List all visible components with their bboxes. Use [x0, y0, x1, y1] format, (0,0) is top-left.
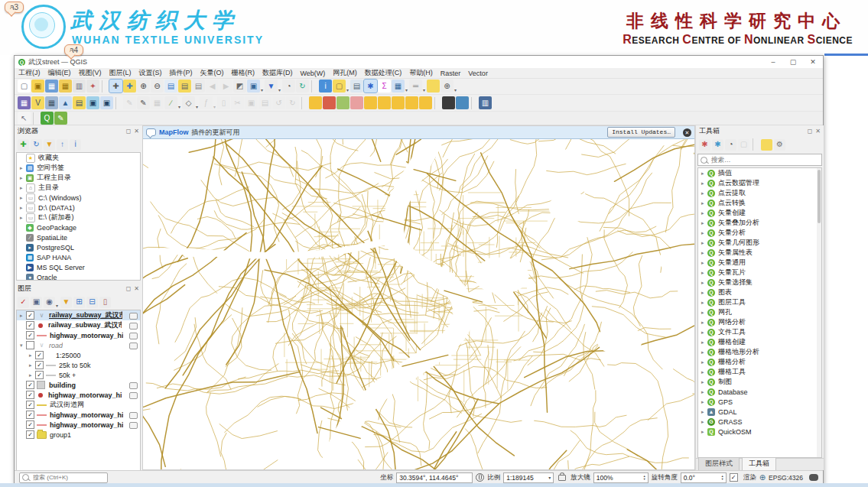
- toolbox-history-icon[interactable]: ◔: [725, 139, 736, 151]
- toolbox-options-icon[interactable]: ⚙: [774, 139, 785, 151]
- refresh-map-icon[interactable]: ↻: [296, 80, 309, 93]
- open-attribute-table-icon[interactable]: ▤: [350, 80, 363, 93]
- collapse-all-icon[interactable]: ⊟: [86, 297, 98, 308]
- project-save-as-icon[interactable]: ▦: [59, 80, 72, 93]
- menu-item[interactable]: 编辑(E): [44, 68, 75, 78]
- status-search-box[interactable]: [19, 472, 108, 483]
- zoom-out-icon[interactable]: ⊖: [151, 80, 164, 93]
- browser-item[interactable]: ▸▭C:\ (Windows): [17, 193, 140, 203]
- menu-item[interactable]: 帮助(H): [405, 68, 437, 78]
- layer-row[interactable]: ✓highway_motorway_highway_mo: [17, 410, 140, 420]
- expand-arrow-icon[interactable]: ▸: [701, 200, 707, 206]
- toolbox-group[interactable]: ▸Q矢量几何图形: [698, 238, 821, 248]
- add-vector-layer-icon[interactable]: V: [31, 96, 44, 109]
- magnifier-spinner[interactable]: 100%▴▾: [593, 472, 649, 483]
- expand-arrow-icon[interactable]: ▸: [20, 185, 26, 191]
- locator-options-icon[interactable]: ⊕▾: [441, 80, 454, 93]
- menu-item[interactable]: Vector: [464, 70, 492, 77]
- layer-filter-badge[interactable]: [129, 323, 138, 330]
- message-close-icon[interactable]: ✕: [683, 128, 691, 137]
- toolbox-group[interactable]: ▸QGPS: [698, 397, 821, 407]
- pan-map-icon[interactable]: ✚: [109, 80, 122, 93]
- expand-arrow-icon[interactable]: ▸: [701, 419, 707, 425]
- quickosm-button-icon[interactable]: Q: [41, 112, 54, 125]
- tab-toolbox[interactable]: 工具箱: [742, 457, 776, 470]
- expand-arrow-icon[interactable]: ▸: [20, 165, 26, 171]
- new-map-view-icon[interactable]: ▣▾: [247, 80, 260, 93]
- status-search-input[interactable]: [31, 473, 105, 482]
- expand-arrow-icon[interactable]: ▸: [29, 372, 35, 378]
- plugin-converter-icon[interactable]: [392, 96, 405, 109]
- layer-filter-badge[interactable]: [129, 333, 138, 339]
- delete-selected-icon[interactable]: ▯: [217, 96, 230, 109]
- layer-checkbox[interactable]: ✓: [26, 401, 34, 409]
- select-arrow-tool-icon[interactable]: ↖: [18, 112, 31, 125]
- toolbox-group[interactable]: ▸Q点云数据管理: [698, 178, 821, 188]
- add-group-icon[interactable]: ▣: [31, 297, 42, 308]
- crs-globe-icon[interactable]: ⊕: [759, 473, 766, 482]
- add-delimited-text-icon[interactable]: ▤: [73, 96, 86, 109]
- temporal-controller-icon[interactable]: ◔: [282, 80, 295, 93]
- toolbox-group[interactable]: ▸Q文件工具: [698, 327, 821, 337]
- filter-legend-icon[interactable]: ▼: [60, 297, 72, 308]
- layer-filter-badge[interactable]: [129, 392, 138, 399]
- plugin-gps-tools-icon[interactable]: [350, 96, 363, 109]
- menu-item[interactable]: 数据库(D): [258, 68, 297, 78]
- expand-arrow-icon[interactable]: ▸: [701, 260, 707, 266]
- browser-item[interactable]: ◆GeoPackage: [17, 222, 140, 232]
- plugin-importer-icon[interactable]: [419, 96, 432, 109]
- layer-checkbox[interactable]: ✓: [26, 321, 34, 330]
- data-source-manager-icon[interactable]: ▦: [18, 96, 31, 109]
- expand-arrow-icon[interactable]: ▸: [20, 195, 26, 201]
- toolbox-group[interactable]: ▸Q矢量分析: [698, 228, 821, 238]
- osm-downloader-icon[interactable]: [442, 96, 455, 109]
- crs-value[interactable]: EPSG:4326: [769, 474, 803, 482]
- zoom-in-icon[interactable]: ⊕: [137, 80, 150, 93]
- expand-arrow-icon[interactable]: ▸: [701, 399, 707, 405]
- menu-item[interactable]: 图层(L): [106, 68, 135, 78]
- map-annotation-tool-icon[interactable]: ✎: [54, 112, 67, 125]
- menu-item[interactable]: 栅格(R): [228, 68, 259, 78]
- open-table-icon[interactable]: ▦▾: [392, 80, 405, 93]
- expand-arrow-icon[interactable]: ▸: [20, 205, 26, 211]
- layer-checkbox[interactable]: ✓: [26, 411, 34, 419]
- current-edits-icon[interactable]: ✎: [123, 96, 136, 109]
- layer-row[interactable]: ▸✓25k to 50k: [17, 360, 140, 370]
- browser-item[interactable]: ●Oracle: [17, 272, 140, 281]
- render-checkbox[interactable]: ✓: [730, 473, 738, 482]
- toolbox-help-icon[interactable]: [761, 139, 772, 151]
- toolbox-group[interactable]: ▸Q制图: [698, 377, 821, 387]
- browser-add-layer-icon[interactable]: ✚: [18, 139, 29, 151]
- expand-arrow-icon[interactable]: ▸: [701, 180, 707, 187]
- browser-item[interactable]: ▸▣工程主目录: [17, 173, 140, 183]
- layer-checkbox[interactable]: ✓: [26, 311, 34, 320]
- menu-item[interactable]: Raster: [437, 70, 465, 77]
- layer-filter-badge[interactable]: [129, 343, 138, 349]
- layer-row[interactable]: ✓railway_subway_武汉市: [17, 320, 140, 330]
- statistics-summary-icon[interactable]: Σ: [378, 80, 391, 93]
- menu-item[interactable]: 视图(V): [75, 68, 106, 78]
- expand-arrow-icon[interactable]: ▸: [701, 310, 707, 316]
- layer-row[interactable]: ▸✓1:25000: [17, 350, 140, 360]
- toolbox-group[interactable]: ▸Q点云转换: [698, 198, 821, 208]
- zoom-last-icon[interactable]: ◀: [206, 80, 219, 93]
- toolbox-group[interactable]: ▸QQuickOSM: [698, 427, 821, 437]
- remove-layer-icon[interactable]: ▯: [99, 297, 111, 308]
- toolbox-close-icon[interactable]: ✕: [815, 128, 821, 135]
- zoom-full-icon[interactable]: ▤: [164, 80, 177, 93]
- scale-lock-icon[interactable]: [558, 475, 566, 481]
- toggle-editing-icon[interactable]: ✎: [137, 96, 150, 109]
- toolbox-group[interactable]: ▸Q矢量属性表: [698, 248, 821, 258]
- browser-item[interactable]: ▸PostgreSQL: [17, 242, 140, 252]
- maximize-button[interactable]: ▢: [783, 56, 803, 68]
- copy-features-icon[interactable]: ▣: [245, 96, 258, 109]
- map-canvas[interactable]: [143, 139, 694, 469]
- browser-collapse-all-icon[interactable]: ↑: [57, 139, 68, 151]
- expand-arrow-icon[interactable]: ▸: [29, 362, 35, 368]
- toolbox-group[interactable]: ▸Q网孔: [698, 307, 821, 317]
- cut-features-icon[interactable]: ✂: [231, 96, 244, 109]
- layer-filter-badge[interactable]: [129, 313, 138, 320]
- toolbox-group[interactable]: ▸Q矢量通用: [698, 258, 821, 268]
- layer-row[interactable]: ▸✓50k +: [17, 370, 140, 380]
- toolbox-group[interactable]: ▸Q点云提取: [698, 188, 821, 198]
